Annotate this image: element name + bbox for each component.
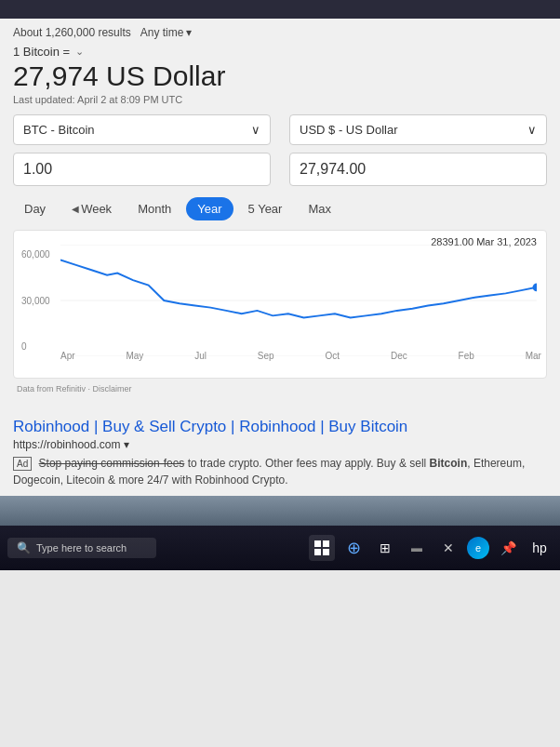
max-button[interactable]: Max <box>297 197 342 220</box>
svg-rect-5 <box>323 540 329 547</box>
month-button[interactable]: Month <box>127 197 182 220</box>
search-input[interactable]: Type here to search <box>36 542 127 554</box>
dropdown-arrow-icon: ∨ <box>251 123 260 137</box>
to-value-input[interactable]: 27,974.00 <box>289 153 547 186</box>
y-label-0: 0 <box>21 341 50 352</box>
chevron-icon: ⌄ <box>75 46 84 58</box>
x-label-sep: Sep <box>258 351 274 361</box>
five-year-button[interactable]: 5 Year <box>237 197 294 220</box>
bitcoin-equals-row: 1 Bitcoin = ⌄ <box>13 45 547 59</box>
search-icon: 🔍 <box>17 541 31 554</box>
chat-icon[interactable]: ▬ <box>404 535 430 561</box>
windows-icon[interactable] <box>309 535 335 561</box>
cortana-icon[interactable]: ⊕ <box>340 535 367 561</box>
x-label-feb: Feb <box>459 351 474 361</box>
robinhood-url-row: https://robinhood.com ▾ <box>13 438 547 451</box>
x-label-jul: Jul <box>194 351 207 361</box>
price-chart: 28391.00 Mar 31, 2023 60,000 30,000 0 <box>13 230 547 379</box>
hp-logo-icon: hp <box>527 535 553 561</box>
currency-selectors-row: BTC - Bitcoin ∨ USD $ - US Dollar ∨ <box>13 114 547 145</box>
svg-rect-4 <box>314 540 321 547</box>
day-button[interactable]: Day <box>13 197 57 220</box>
taskbar-search[interactable]: 🔍 Type here to search <box>7 538 156 558</box>
pin-icon[interactable]: 📌 <box>495 535 521 561</box>
robinhood-ad: Robinhood | Buy & Sell Crypto | Robinhoo… <box>0 410 560 496</box>
close-icon[interactable]: ✕ <box>435 535 461 561</box>
dropdown-url-icon: ▾ <box>124 438 129 451</box>
ad-body-text: Stop paying commission-fees to trade cry… <box>13 457 525 487</box>
results-count: About 1,260,000 results <box>13 26 131 39</box>
year-button[interactable]: Year <box>186 197 233 220</box>
chart-x-axis: Apr May Jul Sep Oct Dec Feb Mar <box>60 351 541 361</box>
top-bar <box>0 0 560 19</box>
x-label-apr: Apr <box>60 351 75 361</box>
taskbar-icons: ⊕ ⊞ ▬ ✕ e 📌 hp <box>309 535 553 561</box>
robinhood-link[interactable]: Robinhood | Buy & Sell Crypto | Robinhoo… <box>13 418 547 436</box>
x-label-oct: Oct <box>326 351 340 361</box>
main-content: About 1,260,000 results Any time ▾ 1 Bit… <box>0 19 560 410</box>
currency-inputs-row: 1.00 27,974.00 <box>13 153 547 186</box>
bitcoin-price-display: 27,974 US Dollar <box>13 60 547 92</box>
edge-icon[interactable]: e <box>467 537 489 559</box>
last-updated-text: Last updated: April 2 at 8:09 PM UTC <box>13 94 547 105</box>
x-label-may: May <box>126 351 143 361</box>
bottom-reflection: 🔍 Type here to search ⊕ ⊞ ▬ ✕ e 📌 hp <box>0 496 560 570</box>
x-label-dec: Dec <box>391 351 407 361</box>
left-arrow-icon: ◀ <box>72 204 79 214</box>
y-label-30k: 30,000 <box>21 296 50 306</box>
y-label-60k: 60,000 <box>21 249 50 260</box>
time-period-buttons: Day ◀ Week Month Year 5 Year Max <box>13 197 547 220</box>
time-filter-button[interactable]: Any time ▾ <box>140 26 193 39</box>
chevron-down-icon: ▾ <box>186 26 192 39</box>
screen: About 1,260,000 results Any time ▾ 1 Bit… <box>0 0 560 747</box>
from-currency-selector[interactable]: BTC - Bitcoin ∨ <box>13 114 271 145</box>
svg-rect-6 <box>314 549 321 555</box>
to-currency-selector[interactable]: USD $ - US Dollar ∨ <box>289 114 547 145</box>
x-label-mar: Mar <box>526 351 541 361</box>
dropdown-arrow-icon-2: ∨ <box>527 123 537 137</box>
svg-point-3 <box>533 283 537 291</box>
week-button[interactable]: ◀ Week <box>60 197 123 220</box>
chart-y-axis: 60,000 30,000 0 <box>21 249 50 352</box>
from-value-input[interactable]: 1.00 <box>13 153 271 186</box>
chart-line-svg <box>60 245 537 356</box>
taskbar: 🔍 Type here to search ⊕ ⊞ ▬ ✕ e 📌 hp <box>0 526 560 570</box>
robinhood-ad-text: Ad Stop paying commission-fees to trade … <box>13 455 547 488</box>
results-bar: About 1,260,000 results Any time ▾ <box>13 26 547 39</box>
taskview-icon[interactable]: ⊞ <box>372 535 398 561</box>
svg-rect-7 <box>323 549 329 555</box>
ad-label: Ad <box>13 457 32 471</box>
chart-disclaimer: Data from Refinitiv · Disclaimer <box>13 384 547 394</box>
